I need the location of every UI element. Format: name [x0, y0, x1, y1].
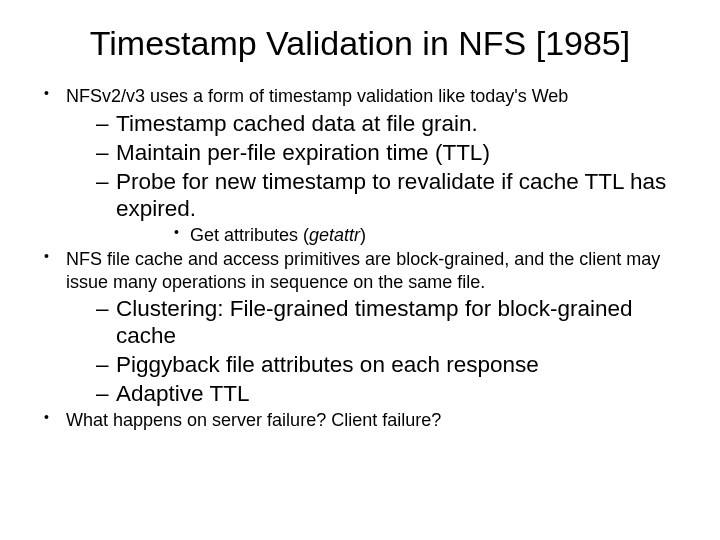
bullet-1: NFSv2/v3 uses a form of timestamp valida… — [38, 85, 682, 246]
bullet-1-sub-3-sublist: Get attributes (getattr) — [116, 224, 682, 247]
getattr-ital: getattr — [309, 225, 360, 245]
bullet-1-sub-3-sub-1: Get attributes (getattr) — [116, 224, 682, 247]
bullet-1-sub-1: Timestamp cached data at file grain. — [66, 110, 682, 137]
getattr-prefix: Get attributes ( — [190, 225, 309, 245]
slide: Timestamp Validation in NFS [1985] NFSv2… — [0, 0, 720, 540]
bullet-1-sub-2: Maintain per-file expiration time (TTL) — [66, 139, 682, 166]
bullet-1-sub-3-text: Probe for new timestamp to revalidate if… — [116, 169, 666, 221]
bullet-1-sublist: Timestamp cached data at file grain. Mai… — [66, 110, 682, 247]
bullet-2-sub-1: Clustering: File-grained timestamp for b… — [66, 295, 682, 349]
bullet-2-sub-3: Adaptive TTL — [66, 380, 682, 407]
bullet-2: NFS file cache and access primitives are… — [38, 248, 682, 407]
bullet-1-text: NFSv2/v3 uses a form of timestamp valida… — [66, 86, 568, 106]
slide-title: Timestamp Validation in NFS [1985] — [38, 24, 682, 63]
bullet-list: NFSv2/v3 uses a form of timestamp valida… — [38, 85, 682, 432]
bullet-2-sublist: Clustering: File-grained timestamp for b… — [66, 295, 682, 407]
bullet-1-sub-3: Probe for new timestamp to revalidate if… — [66, 168, 682, 247]
bullet-2-sub-2: Piggyback file attributes on each respon… — [66, 351, 682, 378]
getattr-suffix: ) — [360, 225, 366, 245]
bullet-3: What happens on server failure? Client f… — [38, 409, 682, 432]
bullet-2-text: NFS file cache and access primitives are… — [66, 249, 660, 292]
